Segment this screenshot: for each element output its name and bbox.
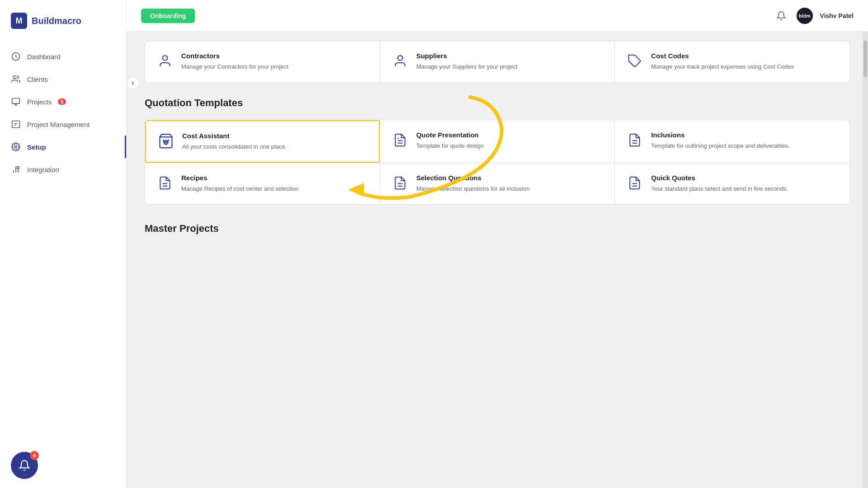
card-content: Quote Presentation Template for quote de… xyxy=(416,131,484,150)
notification-badge: 4 xyxy=(30,451,39,460)
card-desc: Manage your Suppliers for your project xyxy=(416,62,518,71)
projects-badge: 6 xyxy=(58,99,66,105)
sidebar-item-dashboard[interactable]: Dashboard xyxy=(0,45,126,68)
card-cost-assistant[interactable]: $ Cost Assistant All your costs consolid… xyxy=(145,120,380,163)
doc-icon xyxy=(156,174,174,192)
card-content: Suppliers Manage your Suppliers for your… xyxy=(416,52,518,71)
card-recipes[interactable]: Recipes Manage Recipes of cost center an… xyxy=(145,163,380,204)
quotation-cards-wrapper: $ Cost Assistant All your costs consolid… xyxy=(145,120,850,205)
card-content: Cost Assistant All your costs consolidat… xyxy=(182,132,287,151)
dashboard-icon xyxy=(11,52,21,61)
card-title: Suppliers xyxy=(416,52,518,60)
card-contractors[interactable]: Contractors Manage your Contractors for … xyxy=(145,41,380,82)
card-title: Inclusions xyxy=(651,131,789,139)
card-quick-quotes[interactable]: Quick Quotes Your standard plans select … xyxy=(615,163,849,204)
card-selection-questions[interactable]: Selection Questions Manage selection que… xyxy=(380,163,615,204)
sidebar-item-label: Setup xyxy=(27,143,46,151)
quotation-templates-section: Quotation Templates xyxy=(127,83,868,219)
sidebar-item-label: Project Management xyxy=(27,121,90,128)
svg-point-10 xyxy=(163,56,168,61)
onboarding-button[interactable]: Onboarding xyxy=(141,9,195,23)
sidebar-item-label: Integration xyxy=(27,166,59,174)
svg-point-8 xyxy=(15,146,17,148)
card-desc: Manage selection questions for all inclu… xyxy=(416,184,530,193)
card-desc: Manage your Contractors for your project xyxy=(181,62,288,71)
content-area: Onboarding bldm Vishv Patel xyxy=(127,0,868,488)
doc-icon xyxy=(391,174,409,192)
card-content: Cost Codes Manage your track project exp… xyxy=(651,52,794,71)
svg-text:$: $ xyxy=(165,140,167,145)
sidebar-item-projects[interactable]: Projects 6 xyxy=(0,90,126,113)
card-content: Selection Questions Manage selection que… xyxy=(416,174,530,193)
svg-rect-5 xyxy=(12,121,20,128)
bell-icon[interactable] xyxy=(773,8,789,24)
card-content: Quick Quotes Your standard plans select … xyxy=(651,174,788,193)
sidebar-collapse-button[interactable] xyxy=(127,77,139,89)
master-projects-title: Master Projects xyxy=(145,223,850,235)
card-title: Recipes xyxy=(181,174,298,182)
logo-icon: M xyxy=(11,13,27,29)
sidebar: M Buildmacro Dashboard Clients Proj xyxy=(0,0,127,488)
bag-icon: $ xyxy=(157,132,175,150)
main-scroll[interactable]: Contractors Manage your Contractors for … xyxy=(127,32,868,488)
sidebar-item-label: Clients xyxy=(27,75,48,83)
card-suppliers[interactable]: Suppliers Manage your Suppliers for your… xyxy=(380,41,615,82)
card-title: Cost Codes xyxy=(651,52,794,60)
notification-widget[interactable]: 4 xyxy=(11,452,38,479)
card-title: Quick Quotes xyxy=(651,174,788,182)
sidebar-item-clients[interactable]: Clients xyxy=(0,68,126,90)
avatar: bldm xyxy=(797,8,813,24)
card-quote-presentation[interactable]: Quote Presentation Template for quote de… xyxy=(380,120,615,163)
section-title: Quotation Templates xyxy=(145,97,850,109)
card-desc: Your standard plans select and send in f… xyxy=(651,184,788,193)
card-inclusions[interactable]: Inclusions Template for outlining projec… xyxy=(615,120,849,163)
quotation-cards-grid: $ Cost Assistant All your costs consolid… xyxy=(145,120,850,205)
card-desc: Manage your track project expenses using… xyxy=(651,62,794,71)
scrollbar[interactable] xyxy=(863,32,868,488)
app-wrapper: M Buildmacro Dashboard Clients Proj xyxy=(0,0,868,488)
sidebar-bottom: 4 xyxy=(0,443,126,488)
projects-icon xyxy=(11,97,21,107)
card-desc: Template for quote design xyxy=(416,141,484,150)
card-title: Quote Presentation xyxy=(416,131,484,139)
card-content: Contractors Manage your Contractors for … xyxy=(181,52,288,71)
sidebar-item-project-management[interactable]: Project Management xyxy=(0,113,126,136)
card-cost-codes[interactable]: Cost Codes Manage your track project exp… xyxy=(615,41,849,82)
doc-icon xyxy=(626,131,644,149)
person-icon xyxy=(156,52,174,70)
doc-icon xyxy=(626,174,644,192)
card-content: Inclusions Template for outlining projec… xyxy=(651,131,789,150)
logo-area: M Buildmacro xyxy=(0,0,126,42)
svg-point-11 xyxy=(397,56,402,61)
sidebar-item-setup[interactable]: Setup xyxy=(0,136,126,158)
svg-rect-2 xyxy=(12,99,20,104)
sidebar-nav: Dashboard Clients Projects 6 Project xyxy=(0,42,126,443)
integration-icon xyxy=(11,164,21,174)
tag-icon xyxy=(626,52,644,70)
logo-text: Buildmacro xyxy=(32,16,81,26)
sidebar-item-label: Projects xyxy=(27,98,52,106)
card-desc: Template for outlining project scope and… xyxy=(651,141,789,150)
setup-icon xyxy=(11,142,21,152)
doc-icon xyxy=(391,131,409,149)
pm-icon xyxy=(11,119,21,129)
sidebar-item-label: Dashboard xyxy=(27,53,60,61)
top-header: Onboarding bldm Vishv Patel xyxy=(127,0,868,32)
top-cards-section: Contractors Manage your Contractors for … xyxy=(127,41,868,83)
sidebar-item-integration[interactable]: Integration xyxy=(0,158,126,181)
card-title: Selection Questions xyxy=(416,174,530,182)
username: Vishv Patel xyxy=(820,12,854,19)
card-title: Contractors xyxy=(181,52,288,60)
card-title: Cost Assistant xyxy=(182,132,287,140)
clients-icon xyxy=(11,74,21,84)
top-cards-grid: Contractors Manage your Contractors for … xyxy=(145,41,850,83)
svg-point-9 xyxy=(17,166,19,169)
svg-point-1 xyxy=(13,76,16,79)
card-content: Recipes Manage Recipes of cost center an… xyxy=(181,174,298,193)
person-icon xyxy=(391,52,409,70)
card-desc: Manage Recipes of cost center and select… xyxy=(181,184,298,193)
card-desc: All your costs consolidated in one place… xyxy=(182,142,287,151)
scrollbar-thumb xyxy=(863,41,867,77)
master-projects-section: Master Projects xyxy=(127,219,868,259)
